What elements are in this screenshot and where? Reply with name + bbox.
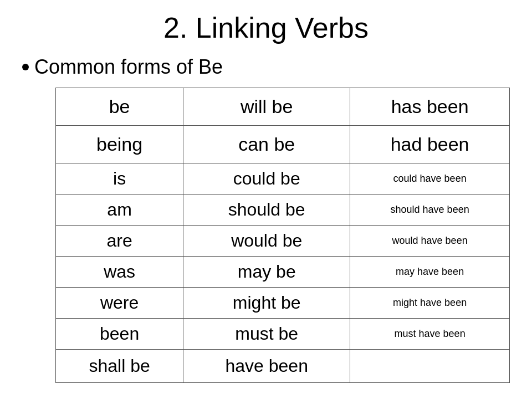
table-cell: might be: [183, 288, 350, 319]
table-row: was may be may have been: [56, 257, 510, 288]
table-cell: are: [56, 226, 183, 257]
table-cell: is: [56, 163, 183, 195]
table-cell: may be: [183, 257, 350, 288]
table-cell: been: [56, 319, 183, 350]
linking-verbs-table: be will be has been being can be had bee…: [55, 88, 510, 383]
table-wrapper: be will be has been being can be had bee…: [55, 88, 510, 383]
table-cell: were: [56, 288, 183, 319]
table-cell: can be: [183, 126, 350, 163]
page-title: 2. Linking Verbs: [22, 11, 510, 44]
table-row: are would be would have been: [56, 226, 510, 257]
page: 2. Linking Verbs Common forms of Be be w…: [0, 0, 532, 399]
bullet-heading: Common forms of Be: [22, 55, 223, 79]
table-cell: had been: [350, 126, 510, 163]
table-cell: am: [56, 195, 183, 226]
table-row: am should be should have been: [56, 195, 510, 226]
table-row: been must be must have been: [56, 319, 510, 350]
table-row: shall be have been: [56, 350, 510, 383]
table-cell: might have been: [350, 288, 510, 319]
table-cell: will be: [183, 88, 350, 126]
table-cell: should be: [183, 195, 350, 226]
table-cell: have been: [183, 350, 350, 383]
table-cell: [350, 350, 510, 383]
table-cell: must have been: [350, 319, 510, 350]
bullet-dot: [22, 64, 29, 70]
table-cell: was: [56, 257, 183, 288]
table-row: is could be could have been: [56, 163, 510, 195]
table-cell: would have been: [350, 226, 510, 257]
table-row: be will be has been: [56, 88, 510, 126]
table-cell: should have been: [350, 195, 510, 226]
bullet-heading-text: Common forms of Be: [34, 55, 223, 79]
table-cell: may have been: [350, 257, 510, 288]
table-cell: be: [56, 88, 183, 126]
table-cell: could have been: [350, 163, 510, 195]
table-cell: must be: [183, 319, 350, 350]
table-cell: has been: [350, 88, 510, 126]
table-cell: could be: [183, 163, 350, 195]
table-row: were might be might have been: [56, 288, 510, 319]
table-row: being can be had been: [56, 126, 510, 163]
table-cell: being: [56, 126, 183, 163]
table-cell: shall be: [56, 350, 183, 383]
table-cell: would be: [183, 226, 350, 257]
